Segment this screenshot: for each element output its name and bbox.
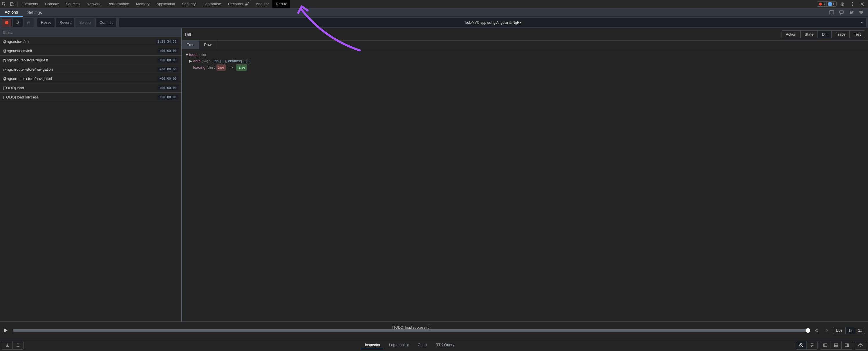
import-button[interactable] (13, 341, 23, 349)
subtab-settings[interactable]: Settings (23, 8, 47, 17)
remote-button[interactable] (855, 341, 866, 349)
timeline-label: [TODO] load success (6) (13, 325, 810, 329)
step-forward-button[interactable] (823, 327, 830, 334)
diff-old-value: true (216, 64, 226, 71)
action-timestamp: +00:00.00 (158, 76, 178, 81)
action-name: @ngrx/store/init (3, 39, 29, 44)
sweep-button[interactable]: Sweep (75, 18, 95, 27)
svg-rect-12 (824, 344, 827, 347)
layout-bottom-button[interactable] (831, 341, 842, 349)
diff-arrow: => (227, 64, 235, 71)
action-row[interactable]: @ngrx/router-store/navigation+00:00.00 (0, 65, 181, 74)
tab-security[interactable]: Security (178, 0, 199, 8)
action-timestamp: +00:00.00 (158, 67, 178, 72)
tab-recorder[interactable]: Recorder ⚤ (224, 0, 252, 8)
step-back-button[interactable] (813, 327, 820, 334)
pin-label: (pin) (199, 51, 206, 58)
tab-memory[interactable]: Memory (132, 0, 153, 8)
btab-rtk-query[interactable]: RTK Query (432, 341, 459, 349)
pin-button[interactable] (13, 18, 23, 27)
action-row[interactable]: @ngrx/store/init2:38:34.31 (0, 37, 181, 46)
settings-gear-icon[interactable] (838, 0, 846, 8)
instance-selector[interactable]: TodoMVC app using Angular & NgRx (119, 18, 866, 27)
pill-trace[interactable]: Trace (832, 31, 850, 38)
support-heart-icon[interactable] (858, 9, 865, 15)
svg-point-4 (842, 3, 843, 5)
pin-label: (pin) (202, 58, 208, 64)
svg-point-7 (852, 5, 853, 6)
chevron-down-icon (861, 21, 864, 24)
action-row[interactable]: @ngrx/router-store/request+00:00.00 (0, 56, 181, 65)
dispatch-button[interactable] (807, 341, 817, 349)
tab-angular[interactable]: Angular (252, 0, 272, 8)
device-toolbar-icon[interactable] (8, 0, 16, 8)
diff-new-value: false (236, 64, 247, 71)
action-timestamp: +00:00.00 (158, 48, 178, 53)
action-row[interactable]: @ngrx/router-store/navigated+00:00.00 (0, 74, 181, 83)
timeline-bar: [TODO] load success (6) Live 1x 2x (0, 321, 868, 339)
twitter-icon[interactable] (848, 9, 855, 15)
layout-left-button[interactable] (820, 341, 831, 349)
layout-right-button[interactable] (842, 341, 852, 349)
tab-lighthouse[interactable]: Lighthouse (199, 0, 224, 8)
btab-inspector[interactable]: Inspector (361, 341, 384, 349)
subtab-actions[interactable]: Actions (0, 8, 23, 17)
tab-sources[interactable]: Sources (62, 0, 83, 8)
pill-diff[interactable]: Diff (818, 31, 832, 38)
lock-button[interactable] (24, 18, 34, 27)
kebab-menu-icon[interactable] (848, 0, 857, 8)
tree-tab-raw[interactable]: Raw (199, 40, 216, 49)
btab-chart[interactable]: Chart (414, 341, 431, 349)
play-button[interactable] (3, 327, 10, 334)
revert-button[interactable]: Revert (56, 18, 74, 27)
pause-recording-button[interactable] (796, 341, 807, 349)
action-name: @ngrx/router-store/navigation (3, 67, 53, 72)
docs-icon[interactable] (829, 9, 835, 15)
triangle-down-icon: ▼ (185, 51, 188, 58)
tab-elements[interactable]: Elements (19, 0, 41, 8)
bottom-bar: Inspector Log monitor Chart RTK Query (0, 339, 868, 351)
pill-action[interactable]: Action (782, 31, 801, 38)
export-button[interactable] (2, 341, 13, 349)
tree-key: loading (193, 64, 206, 71)
action-row[interactable]: @ngrx/effects/init+00:00.00 (0, 46, 181, 56)
instance-title: TodoMVC app using Angular & NgRx (464, 21, 521, 25)
tab-redux[interactable]: Redux (272, 0, 290, 8)
speed-1x[interactable]: 1x (846, 327, 856, 334)
feedback-icon[interactable] (838, 9, 845, 15)
speed-2x[interactable]: 2x (855, 327, 865, 334)
detail-pane: Diff Action State Diff Trace Test Tree R… (182, 28, 868, 321)
pill-test[interactable]: Test (850, 31, 865, 38)
tree-node[interactable]: loading (pin) : true => false (185, 64, 865, 71)
diff-header-label: Diff (185, 32, 191, 37)
view-mode-pills: Action State Diff Trace Test (781, 30, 865, 38)
svg-point-6 (852, 3, 853, 4)
tree-node[interactable]: ▼ todos (pin) (185, 51, 865, 58)
filter-input[interactable] (0, 28, 181, 37)
triangle-right-icon: ▶ (189, 58, 192, 64)
pill-state[interactable]: State (801, 31, 818, 38)
action-name: @ngrx/effects/init (3, 49, 32, 53)
inspect-element-icon[interactable] (0, 0, 8, 8)
error-issue-badge[interactable]: 8 1 (817, 1, 837, 7)
close-icon[interactable] (858, 0, 866, 8)
tab-performance[interactable]: Performance (104, 0, 132, 8)
reset-button[interactable]: Reset (37, 18, 55, 27)
timeline-knob[interactable] (806, 328, 810, 333)
svg-rect-2 (12, 3, 14, 6)
tree-tab-tree[interactable]: Tree (182, 40, 199, 49)
action-row[interactable]: [TODO] load+00:00.00 (0, 83, 181, 93)
speed-live[interactable]: Live (833, 327, 846, 334)
redux-subtab-bar: Actions Settings (0, 8, 868, 17)
action-row[interactable]: [TODO] load success+00:00.01 (0, 93, 181, 102)
tab-console[interactable]: Console (41, 0, 62, 8)
tree-node[interactable]: ▶ data (pin) : { ids:{…}, entities:{…} } (185, 58, 865, 64)
commit-button[interactable]: Commit (96, 18, 116, 27)
tab-network[interactable]: Network (83, 0, 104, 8)
tab-application[interactable]: Application (153, 0, 179, 8)
devtools-tab-strip: Elements Console Sources Network Perform… (0, 0, 868, 8)
timeline-track[interactable]: [TODO] load success (6) (13, 326, 810, 335)
tree-key: data (193, 58, 200, 64)
btab-log-monitor[interactable]: Log monitor (385, 341, 413, 349)
record-button[interactable] (2, 18, 11, 27)
